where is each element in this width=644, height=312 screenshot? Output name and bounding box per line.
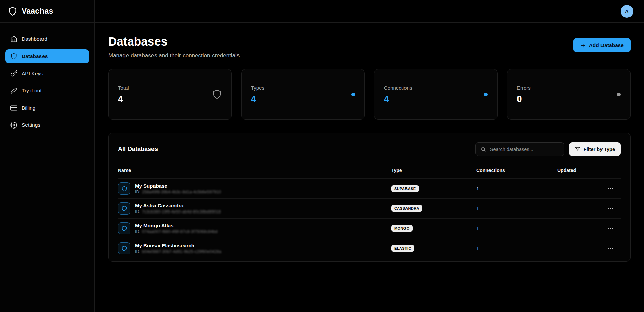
id-label: ID: — [135, 209, 140, 214]
connections-count: 1 — [476, 186, 557, 191]
stat-card-types: Types 4 — [241, 69, 365, 120]
main-content: Databases Manage databases and their con… — [95, 23, 644, 312]
filter-by-type-label: Filter by Type — [584, 147, 615, 152]
connections-count: 1 — [476, 206, 557, 211]
table-row[interactable]: My Mongo Atlas ID: 074aa007-f880-4f8f-87… — [118, 218, 621, 238]
stat-value: 4 — [384, 94, 412, 104]
topbar: A — [95, 0, 644, 23]
id-label: ID: — [135, 249, 140, 254]
credit-card-icon — [10, 105, 17, 111]
stat-card-connections: Connections 4 — [374, 69, 498, 120]
stat-cards: Total 4 Types 4 Connection — [108, 69, 631, 120]
sidebar-item-api-keys[interactable]: API Keys — [5, 66, 89, 81]
database-shield-icon — [118, 182, 130, 195]
home-icon — [10, 36, 17, 42]
type-badge: MONGO — [391, 225, 413, 232]
id-value-redacted: 074aa007-f880-4f8f-87c8-3f75068c84bd — [142, 229, 218, 234]
blue-dot-icon — [351, 93, 355, 96]
sidebar-nav: Dashboard Databases API Keys Try it out — [0, 23, 94, 142]
stat-label: Types — [251, 85, 264, 91]
key-icon — [10, 70, 17, 77]
ellipsis-icon — [607, 205, 614, 212]
database-name: My Bonsai Elasticsearch — [135, 243, 221, 248]
database-shield-icon — [118, 242, 130, 254]
type-badge: SUPABASE — [391, 185, 419, 192]
plus-icon — [580, 42, 586, 48]
updated-value: – — [557, 206, 605, 211]
sidebar-item-databases[interactable]: Databases — [5, 49, 89, 63]
database-shield-icon — [118, 202, 130, 215]
stat-value: 4 — [251, 94, 264, 104]
stat-label: Errors — [517, 85, 531, 91]
sidebar: Vaachas Dashboard Databases API Keys — [0, 0, 95, 312]
page-subtitle: Manage databases and their connection cr… — [108, 52, 240, 59]
row-menu-button[interactable] — [605, 242, 617, 254]
panel-tools: Filter by Type — [475, 142, 621, 156]
updated-value: – — [557, 186, 605, 191]
funnel-icon — [575, 147, 580, 152]
row-menu-button[interactable] — [605, 222, 617, 234]
type-badge: ELASTIC — [391, 245, 414, 252]
database-name: My Astra Cassandra — [135, 203, 221, 208]
database-id: ID: b04e0887-30b7-4d91-9b25-c29f60e0428a — [135, 249, 221, 254]
ellipsis-icon — [607, 225, 614, 232]
sidebar-item-settings[interactable]: Settings — [5, 118, 89, 132]
panel-title: All Databases — [118, 146, 158, 153]
stat-card-errors: Errors 0 — [507, 69, 631, 120]
ellipsis-icon — [607, 245, 614, 252]
shield-icon — [212, 89, 222, 100]
sidebar-item-label: Dashboard — [22, 36, 47, 42]
sidebar-item-try-it-out[interactable]: Try it out — [5, 84, 89, 98]
shield-icon — [10, 53, 17, 60]
id-label: ID: — [135, 190, 140, 194]
sidebar-item-label: Try it out — [22, 88, 42, 94]
id-value-redacted: 7c3cb380-19f9-4e50-ab4d-80c38bd89018 — [142, 209, 221, 214]
type-badge: CASSANDRA — [391, 205, 422, 212]
database-shield-icon — [118, 222, 130, 234]
row-menu-button[interactable] — [605, 202, 617, 215]
id-label: ID: — [135, 229, 140, 234]
stat-card-total: Total 4 — [108, 69, 232, 120]
add-database-label: Add Database — [589, 42, 624, 48]
id-value-redacted: b04e0887-30b7-4d91-9b25-c29f60e0428a — [142, 249, 221, 254]
databases-panel: All Databases Filter by Typ — [108, 133, 631, 262]
connections-count: 1 — [476, 246, 557, 251]
pen-icon — [10, 87, 17, 94]
sidebar-item-dashboard[interactable]: Dashboard — [5, 32, 89, 46]
app-root: Vaachas Dashboard Databases API Keys — [0, 0, 644, 312]
table-row[interactable]: My Supabase ID: 258a49f8-39b4-4b3c-8d1a-… — [118, 178, 621, 198]
column-header-updated: Updated — [557, 168, 605, 173]
page-header: Databases Manage databases and their con… — [108, 35, 631, 59]
column-header-connections: Connections — [476, 168, 557, 173]
main-column: A Databases Manage databases and their c… — [95, 0, 644, 312]
sidebar-item-label: API Keys — [22, 70, 43, 77]
stat-value: 4 — [118, 94, 129, 104]
updated-value: – — [557, 246, 605, 251]
sidebar-item-label: Databases — [22, 53, 48, 59]
avatar[interactable]: A — [621, 5, 633, 18]
sidebar-item-label: Billing — [22, 105, 35, 111]
brand-header: Vaachas — [0, 0, 94, 23]
table-header-row: Name Type Connections Updated — [118, 166, 621, 178]
gear-icon — [10, 122, 17, 129]
database-name: My Mongo Atlas — [135, 223, 218, 228]
table-row[interactable]: My Astra Cassandra ID: 7c3cb380-19f9-4e5… — [118, 198, 621, 218]
filter-by-type-button[interactable]: Filter by Type — [569, 142, 621, 156]
gray-dot-icon — [617, 93, 621, 96]
shield-logo-icon — [8, 7, 17, 16]
updated-value: – — [557, 226, 605, 231]
table-row[interactable]: My Bonsai Elasticsearch ID: b04e0887-30b… — [118, 238, 621, 258]
sidebar-item-billing[interactable]: Billing — [5, 101, 89, 115]
connections-count: 1 — [476, 226, 557, 231]
id-value-redacted: 258a49f8-39b4-4b3c-8d1a-4c5b6e597910 — [142, 190, 221, 194]
row-menu-button[interactable] — [605, 182, 617, 195]
column-header-type: Type — [391, 168, 476, 173]
page-header-text: Databases Manage databases and their con… — [108, 35, 240, 59]
database-id: ID: 7c3cb380-19f9-4e50-ab4d-80c38bd89018 — [135, 209, 221, 214]
add-database-button[interactable]: Add Database — [573, 38, 631, 52]
app-title: Vaachas — [22, 7, 53, 16]
search-box — [475, 142, 564, 156]
blue-dot-icon — [484, 93, 488, 96]
databases-panel-header: All Databases Filter by Typ — [118, 142, 621, 156]
search-input[interactable] — [490, 147, 559, 152]
